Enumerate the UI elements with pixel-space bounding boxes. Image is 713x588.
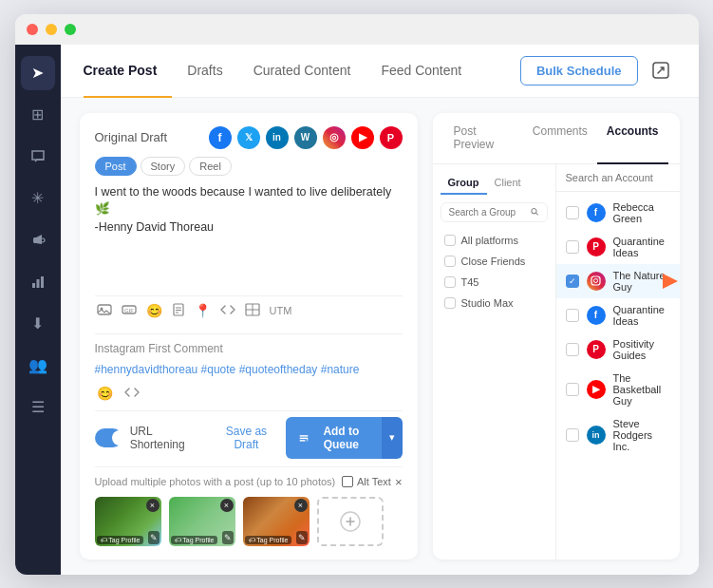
photo-remove-1[interactable]: × <box>146 499 159 512</box>
instagram-icon[interactable]: ◎ <box>323 126 346 149</box>
alt-text-button[interactable]: Alt Text × <box>342 475 402 489</box>
svg-point-29 <box>598 278 599 279</box>
bulk-schedule-button[interactable]: Bulk Schedule <box>520 56 638 85</box>
emoji-icon[interactable]: 😊 <box>144 301 164 320</box>
account-check-steve-rodgers[interactable] <box>566 428 579 442</box>
sidebar-item-grid[interactable]: ⊞ <box>21 98 55 132</box>
photo-upload-button[interactable] <box>317 497 384 546</box>
image-icon[interactable] <box>95 300 114 322</box>
account-check-quarantine-ideas-1[interactable] <box>566 240 579 254</box>
sidebar-item-chart[interactable] <box>21 265 55 299</box>
utm-label[interactable]: UTM <box>270 305 292 316</box>
document-icon[interactable] <box>170 301 187 321</box>
add-queue-button[interactable]: Add to Queue <box>286 417 381 459</box>
maximize-button[interactable] <box>65 24 76 35</box>
comment-emoji-icon[interactable]: 😊 <box>95 384 115 403</box>
post-type-story[interactable]: Story <box>141 157 186 176</box>
account-check-positivity-guides[interactable] <box>566 343 579 356</box>
url-shortening-toggle-container: URL Shortening <box>95 425 196 451</box>
gc-tab-client[interactable]: Client <box>487 172 529 195</box>
sidebar-item-download[interactable]: ⬇ <box>21 307 55 341</box>
sidebar-item-megaphone[interactable] <box>21 223 55 257</box>
linkedin-icon[interactable]: in <box>266 126 289 149</box>
compose-textarea[interactable]: I went to the woods because I wanted to … <box>95 183 403 288</box>
svg-rect-1 <box>32 283 35 288</box>
sidebar-item-send[interactable]: ➤ <box>21 56 55 90</box>
top-nav: Create Post Drafts Curated Content Feed … <box>61 45 699 98</box>
account-item-steve-rodgers[interactable]: in Steve Rodgers Inc. <box>556 412 680 458</box>
pinterest-icon[interactable]: P <box>380 126 403 149</box>
sidebar-item-users[interactable]: 👥 <box>21 349 55 383</box>
table-icon[interactable] <box>243 301 262 321</box>
photos-header: Upload multiple photos with a post (up t… <box>95 475 403 489</box>
post-type-post[interactable]: Post <box>95 157 137 176</box>
account-item-the-nature-guy[interactable]: The Nature Guy <box>556 264 680 298</box>
account-item-rebecca-green[interactable]: f Rebecca Green <box>556 196 680 230</box>
photo-edit-2[interactable]: ✎ <box>222 531 234 544</box>
close-button[interactable] <box>27 24 38 35</box>
group-client-sidebar: Group Client <box>433 164 556 560</box>
group-search-input[interactable] <box>449 207 527 218</box>
right-tabs: Post Preview Comments Accounts <box>433 113 680 164</box>
account-check-the-nature-guy[interactable] <box>566 275 579 288</box>
group-item-studio-max[interactable]: Studio Max <box>437 293 552 313</box>
gif-icon[interactable]: GIF <box>120 300 139 322</box>
sidebar-item-list[interactable]: ☰ <box>21 390 55 425</box>
sidebar-item-chat[interactable] <box>21 140 55 174</box>
group-check-t45[interactable] <box>444 276 456 288</box>
photo-edit-1[interactable]: ✎ <box>148 531 159 544</box>
tab-drafts[interactable]: Drafts <box>172 45 237 98</box>
group-check-all-platforms[interactable] <box>444 235 456 246</box>
comment-code-icon[interactable] <box>122 384 141 403</box>
compose-footer: URL Shortening Save as Draft Add to Queu… <box>95 410 403 459</box>
photo-tag-1: 🏷 Tag Profile <box>97 536 144 544</box>
account-item-positivity-guides[interactable]: P Positivity Guides <box>556 332 680 367</box>
tab-curated-content[interactable]: Curated Content <box>238 45 366 98</box>
export-icon[interactable] <box>646 55 676 85</box>
save-draft-button[interactable]: Save as Draft <box>218 425 275 451</box>
account-check-basketball-guy[interactable] <box>566 383 579 396</box>
account-list-section: f Rebecca Green P Quarantine Ideas <box>556 164 680 560</box>
group-item-t45[interactable]: T45 <box>437 272 552 293</box>
svg-rect-3 <box>41 276 44 288</box>
add-queue-dropdown-button[interactable]: ▾ <box>382 417 403 459</box>
account-item-quarantine-ideas-2[interactable]: f Quarantine Ideas <box>556 298 680 332</box>
tab-accounts[interactable]: Accounts <box>597 113 668 164</box>
tab-post-preview[interactable]: Post Preview <box>444 113 523 164</box>
account-check-rebecca-green[interactable] <box>566 206 579 219</box>
group-item-all-platforms[interactable]: All platforms <box>437 230 552 251</box>
facebook-platform-icon-2: f <box>587 306 606 325</box>
group-check-close-friends[interactable] <box>444 256 456 267</box>
account-name-positivity-guides: Positivity Guides <box>613 338 670 361</box>
wordpress-icon[interactable]: W <box>294 126 317 149</box>
gc-tab-group[interactable]: Group <box>441 172 487 195</box>
minimize-button[interactable] <box>46 24 57 35</box>
account-item-quarantine-ideas-1[interactable]: P Quarantine Ideas <box>556 230 680 264</box>
svg-rect-18 <box>300 440 306 441</box>
post-type-reel[interactable]: Reel <box>189 157 232 176</box>
location-icon[interactable]: 📍 <box>193 301 213 320</box>
group-item-close-friends[interactable]: Close Friends <box>437 251 552 272</box>
photo-remove-3[interactable]: × <box>294 499 308 512</box>
youtube-icon[interactable]: ▶ <box>351 126 374 149</box>
hashtags-text: #hennydavidthoreau #quote #quoteoftheday… <box>95 361 403 378</box>
close-icon[interactable]: × <box>395 475 403 489</box>
photo-edit-3[interactable]: ✎ <box>296 531 308 544</box>
group-check-studio-max[interactable] <box>444 297 456 309</box>
account-name-quarantine-ideas-1: Quarantine Ideas <box>613 236 670 258</box>
url-shortening-toggle[interactable] <box>95 428 122 447</box>
facebook-icon[interactable]: f <box>209 126 232 149</box>
account-name-steve-rodgers: Steve Rodgers Inc. <box>613 418 670 452</box>
tab-comments[interactable]: Comments <box>523 113 597 164</box>
code-icon[interactable] <box>218 301 237 320</box>
account-search-bar <box>556 164 680 192</box>
photo-remove-2[interactable]: × <box>220 499 234 512</box>
account-item-basketball-guy[interactable]: ▶ The Basketball Guy <box>556 367 680 412</box>
tab-create-post[interactable]: Create Post <box>84 45 173 98</box>
twitter-icon[interactable]: 𝕏 <box>237 126 260 149</box>
account-check-quarantine-ideas-2[interactable] <box>566 309 579 322</box>
group-label-studio-max: Studio Max <box>461 297 514 309</box>
tab-feed-content[interactable]: Feed Content <box>366 45 477 98</box>
sidebar-item-asterisk[interactable]: ✳ <box>21 181 55 216</box>
account-search-input[interactable] <box>566 172 680 183</box>
